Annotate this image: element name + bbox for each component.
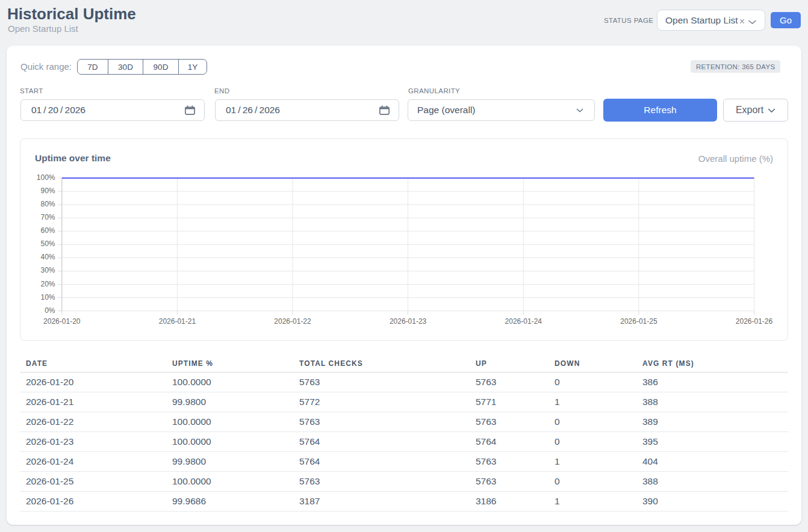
svg-text:30%: 30%	[40, 266, 55, 274]
svg-text:2026-01-25: 2026-01-25	[620, 317, 657, 326]
svg-text:0%: 0%	[45, 306, 55, 315]
svg-text:2026-01-20: 2026-01-20	[43, 317, 81, 326]
svg-text:90%: 90%	[40, 187, 55, 195]
svg-text:2026-01-23: 2026-01-23	[390, 317, 427, 326]
svg-text:2026-01-26: 2026-01-26	[736, 317, 773, 326]
svg-text:20%: 20%	[40, 280, 55, 288]
svg-text:70%: 70%	[40, 213, 55, 221]
svg-text:2026-01-24: 2026-01-24	[505, 317, 542, 326]
svg-text:10%: 10%	[40, 293, 55, 302]
svg-text:100%: 100%	[37, 173, 55, 182]
svg-text:40%: 40%	[40, 253, 55, 261]
svg-text:2026-01-21: 2026-01-21	[159, 317, 196, 326]
svg-text:50%: 50%	[40, 240, 55, 248]
svg-text:80%: 80%	[40, 200, 55, 208]
svg-text:60%: 60%	[40, 226, 55, 235]
svg-text:2026-01-22: 2026-01-22	[274, 317, 311, 326]
